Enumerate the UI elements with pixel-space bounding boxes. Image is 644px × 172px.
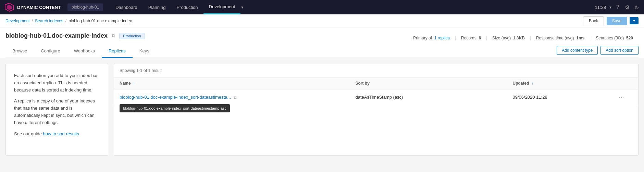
name-cell-container: bloblog-hub-01.doc-example-index_sort-da… [120, 95, 345, 100]
stat-replica-label: Primary of [413, 36, 432, 40]
breadcrumb-actions: Back Save ▼ [583, 16, 639, 25]
breadcrumb-search-indexes[interactable]: Search indexes [35, 19, 63, 23]
breadcrumb: Development / Search indexes / bloblog-h… [5, 19, 132, 23]
logo-icon [4, 2, 14, 12]
content-area: Each sort option you add to your index h… [0, 58, 644, 161]
top-navigation: DYNAMIC CONTENT bloblog-hub-01 Dashboard… [0, 0, 644, 14]
stat-records: Records 6 [455, 36, 486, 40]
stat-searches-label: Searches (30d) [596, 36, 624, 40]
index-title-row: bloblog-hub-01.doc-example-index ⧉ Produ… [5, 32, 145, 39]
cell-name: bloblog-hub-01.doc-example-index_sort-da… [114, 89, 350, 105]
breadcrumb-sep-2: / [65, 19, 66, 23]
save-dropdown-button[interactable]: ▼ [630, 17, 639, 24]
th-actions [612, 77, 639, 89]
index-stats: Primary of 1 replica Records 6 Size (avg… [408, 36, 639, 40]
info-para-3-prefix: See our guide [14, 131, 43, 136]
cell-sort-by: dateAsTimeStamp (asc) [350, 89, 507, 105]
breadcrumb-current: bloblog-hub-01.doc-example-index [69, 19, 132, 23]
replica-name-tooltip: bloblog-hub-01.doc-example-index_sort-da… [120, 104, 230, 112]
tab-replicas[interactable]: Replicas [102, 45, 133, 58]
breadcrumb-sep-1: / [32, 19, 33, 23]
cell-actions: ··· [612, 89, 639, 105]
tab-webhooks[interactable]: Webhooks [67, 45, 102, 58]
nav-links: Dashboard Planning Production Developmen… [110, 0, 595, 14]
updated-value: 09/06/2020 11:28 [513, 95, 547, 100]
breadcrumb-bar: Development / Search indexes / bloblog-h… [0, 14, 644, 27]
replicas-table: Name ↑ Sort by Updated ↑ [114, 77, 638, 105]
info-para-1: Each sort option you add to your index h… [14, 72, 100, 94]
info-para-2: A replica is a copy of one of your index… [14, 98, 100, 126]
logout-icon[interactable]: ⎋ [634, 3, 640, 12]
add-sort-option-button[interactable]: Add sort option [600, 46, 639, 55]
stat-searches-value: 520 [626, 36, 633, 40]
production-tag: Production [119, 33, 145, 39]
more-actions-button[interactable]: ··· [618, 94, 626, 100]
current-time: 11:28 [595, 5, 606, 10]
replica-name-link[interactable]: bloblog-hub-01.doc-example-index_sort-da… [120, 95, 231, 100]
name-sort-arrow: ↑ [133, 82, 135, 85]
stat-size-label: Size (avg) [492, 36, 511, 40]
tab-browse[interactable]: Browse [5, 45, 34, 58]
nav-development[interactable]: Development [203, 0, 241, 14]
copy-index-name-icon[interactable]: ⧉ [112, 33, 115, 39]
stat-response-label: Response time (avg) [536, 36, 574, 40]
index-header: bloblog-hub-01.doc-example-index ⧉ Produ… [0, 27, 644, 58]
index-title-stats-row: bloblog-hub-01.doc-example-index ⧉ Produ… [5, 32, 639, 44]
stat-searches: Searches (30d) 520 [590, 36, 639, 40]
nav-dashboard[interactable]: Dashboard [110, 0, 143, 14]
copy-replica-name-icon[interactable]: ⧉ [234, 95, 237, 100]
topnav-right: 11:28 ▼ ? ⚙ ⎋ [595, 3, 640, 12]
tabs-row: Browse Configure Webhooks Replicas Keys … [5, 45, 639, 58]
showing-text: Showing 1-1 of 1 result [114, 64, 638, 77]
stat-records-value: 6 [479, 36, 481, 40]
nav-production[interactable]: Production [171, 0, 203, 14]
stat-records-label: Records [461, 36, 476, 40]
index-title: bloblog-hub-01.doc-example-index [5, 32, 108, 39]
table-row: bloblog-hub-01.doc-example-index_sort-da… [114, 89, 638, 105]
stat-replicas: Primary of 1 replica [408, 36, 455, 40]
table-header-row: Name ↑ Sort by Updated ↑ [114, 77, 638, 89]
app-name: DYNAMIC CONTENT [17, 5, 61, 10]
th-updated[interactable]: Updated ↑ [507, 77, 612, 89]
th-name[interactable]: Name ↑ [114, 77, 350, 89]
breadcrumb-development[interactable]: Development [5, 19, 30, 23]
stat-size-value: 1.3KB [513, 36, 525, 40]
info-para-3: See our guide how to sort results [14, 131, 100, 138]
nav-planning[interactable]: Planning [143, 0, 171, 14]
stat-response: Response time (avg) 1ms [530, 36, 590, 40]
cell-updated: 09/06/2020 11:28 [507, 89, 612, 105]
updated-sort-arrow: ↑ [532, 82, 533, 85]
app-logo: DYNAMIC CONTENT [4, 2, 61, 12]
tabs-actions: Add content type Add sort option [557, 46, 639, 58]
th-sort-by[interactable]: Sort by [350, 77, 507, 89]
help-icon[interactable]: ? [615, 3, 621, 12]
svg-marker-1 [7, 5, 12, 10]
info-panel: Each sort option you add to your index h… [5, 64, 108, 156]
stat-size: Size (avg) 1.3KB [486, 36, 530, 40]
save-button[interactable]: Save [607, 17, 627, 25]
add-content-type-button[interactable]: Add content type [557, 46, 598, 55]
replicas-panel: Showing 1-1 of 1 result Name ↑ Sort by U… [114, 64, 639, 156]
instance-selector[interactable]: bloblog-hub-01 [67, 3, 103, 11]
back-button[interactable]: Back [583, 16, 604, 25]
time-dropdown-arrow[interactable]: ▼ [609, 5, 612, 9]
settings-icon[interactable]: ⚙ [623, 3, 631, 12]
tab-configure[interactable]: Configure [34, 45, 67, 58]
sort-by-value: dateAsTimeStamp (asc) [356, 95, 403, 100]
stat-response-value: 1ms [576, 36, 584, 40]
how-to-sort-link[interactable]: how to sort results [43, 131, 79, 136]
tab-keys[interactable]: Keys [133, 45, 156, 58]
nav-development-dropdown-arrow[interactable]: ▼ [240, 5, 244, 9]
stat-replica-count[interactable]: 1 replica [434, 36, 450, 40]
